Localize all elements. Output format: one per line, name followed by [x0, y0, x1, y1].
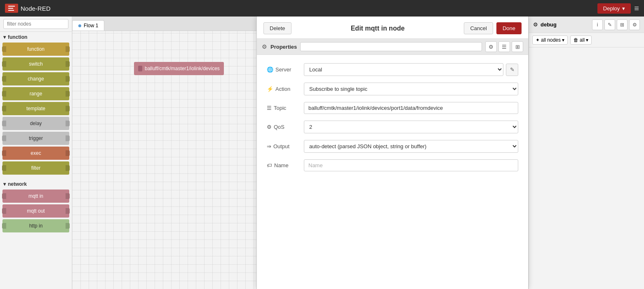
sidebar-item-exec[interactable]: exec [2, 147, 69, 160]
node-label-range: range [30, 91, 42, 97]
filter-chevron-icon: ▾ [562, 37, 564, 43]
node-label-template: template [26, 106, 45, 111]
node-port-left-filter [2, 165, 6, 171]
output-control: auto-detect (parsed JSON object, string … [304, 140, 518, 153]
canvas-node-mqtt-in[interactable]: balluff/cmtk/master1/iolink/devices [134, 62, 224, 75]
debug-panel-title: debug [541, 21, 557, 28]
qos-label: ⚙ QoS [267, 124, 304, 130]
node-label-delay: delay [30, 121, 42, 126]
clear-chevron-icon: ▾ [586, 37, 588, 43]
canvas-node-port-left [138, 66, 142, 71]
filter-bar: ✦ all nodes ▾ 🗑 all ▾ [529, 33, 644, 47]
sidebar-item-function[interactable]: function [2, 43, 69, 56]
toolbar-right: ⚙ ☰ ⊞ [485, 41, 523, 52]
server-icon: 🌐 [267, 66, 273, 73]
clear-icon: 🗑 [573, 37, 578, 43]
node-port-left-range [2, 91, 6, 97]
properties-name-input[interactable] [300, 42, 482, 51]
filter-input-wrap [0, 17, 72, 32]
node-label-trigger: trigger [29, 135, 43, 141]
app-logo: Node-RED [5, 4, 51, 13]
node-port-left-http-in [2, 223, 6, 229]
node-port-left-exec [2, 150, 6, 156]
node-port-right-mqtt-in [66, 193, 70, 199]
network-section-caret: ▾ [3, 181, 6, 187]
done-button[interactable]: Done [496, 22, 522, 34]
action-control: Subscribe to single topicSubscribe to dy… [304, 83, 518, 95]
node-port-right-http-in [66, 223, 70, 229]
qos-icon: ⚙ [267, 124, 272, 130]
qos-row: ⚙ QoS 012 [267, 121, 518, 133]
sidebar-item-mqtt-out[interactable]: mqtt out [2, 204, 69, 218]
sidebar-item-filter[interactable]: filter [2, 161, 69, 175]
node-port-right-change [66, 76, 70, 82]
name-label: 🏷 Name [267, 162, 304, 168]
edit-panel: Delete Edit mqtt in node Cancel Done ⚙ P… [256, 17, 529, 289]
node-port-right-delay [66, 121, 70, 126]
server-label: 🌐 Server [267, 66, 304, 73]
clear-label: all [580, 37, 585, 43]
deploy-label: Deploy [603, 5, 620, 12]
output-select[interactable]: auto-detect (parsed JSON object, string … [304, 140, 518, 153]
node-port-left-mqtt-in [2, 193, 6, 199]
clear-all-button[interactable]: 🗑 all ▾ [570, 36, 592, 45]
sidebar-item-template[interactable]: template [2, 102, 69, 115]
edit-panel-body: 🌐 Server Local ✎ ⚡ Action Subscribe to s… [257, 55, 528, 289]
sidebar-item-change[interactable]: change [2, 72, 69, 85]
debug-config-button[interactable]: ⚙ [629, 19, 640, 30]
server-select[interactable]: Local [304, 63, 503, 76]
network-section-label: network [8, 181, 27, 187]
deploy-arrow-icon: ▾ [622, 5, 625, 12]
toolbar-layout-button[interactable]: ⊞ [512, 41, 523, 52]
node-port-left-trigger [2, 135, 6, 141]
sidebar-item-trigger[interactable]: trigger [2, 132, 69, 145]
function-section-caret: ▾ [3, 34, 6, 40]
name-control [304, 159, 518, 171]
edit-panel-header: Delete Edit mqtt in node Cancel Done [257, 17, 528, 39]
toolbar-description-button[interactable]: ☰ [498, 41, 510, 52]
node-label-http-in: http in [29, 223, 43, 229]
debug-settings-icon: ⚙ [533, 21, 538, 28]
qos-select[interactable]: 012 [304, 121, 518, 133]
properties-label: Properties [270, 44, 297, 50]
topic-row: ☰ Topic [267, 102, 518, 114]
left-sidebar: ▾ function function switch change range … [0, 17, 72, 289]
output-row: ⇒ Output auto-detect (parsed JSON object… [267, 140, 518, 153]
sidebar-item-mqtt-in[interactable]: mqtt in [2, 190, 69, 203]
canvas-tab-label: Flow 1 [84, 23, 98, 28]
sidebar-item-range[interactable]: range [2, 87, 69, 100]
name-input[interactable] [304, 159, 518, 171]
cancel-button[interactable]: Cancel [464, 22, 493, 34]
node-port-left-delay [2, 121, 6, 126]
node-label-filter: filter [31, 165, 41, 171]
server-edit-button[interactable]: ✎ [506, 64, 518, 76]
debug-info-button[interactable]: i [592, 19, 603, 30]
topbar-right: Deploy ▾ ≡ [597, 3, 639, 14]
network-section-header[interactable]: ▾ network [0, 179, 72, 189]
canvas-area[interactable]: Flow 1 balluff/cmtk/master1/iolink/devic… [72, 17, 256, 289]
node-label-exec: exec [31, 150, 41, 156]
sidebar-item-switch[interactable]: switch [2, 57, 69, 71]
right-panel-title-area: ⚙ debug [533, 21, 557, 28]
node-port-right-switch [66, 61, 70, 67]
sidebar-item-http-in[interactable]: http in [2, 219, 69, 232]
toolbar-settings-button[interactable]: ⚙ [485, 41, 497, 52]
action-select[interactable]: Subscribe to single topicSubscribe to dy… [304, 83, 518, 95]
right-panel: ⚙ debug i ✎ ⊞ ⚙ ✦ all nodes ▾ 🗑 all ▾ [529, 17, 644, 289]
filter-nodes-input[interactable] [3, 19, 68, 29]
debug-edit-button[interactable]: ✎ [604, 19, 615, 30]
deploy-button[interactable]: Deploy ▾ [597, 3, 631, 14]
debug-network-button[interactable]: ⊞ [617, 19, 628, 30]
topic-input[interactable] [304, 102, 518, 114]
node-port-left-change [2, 76, 6, 82]
sidebar-item-delay[interactable]: delay [2, 117, 69, 130]
topic-icon: ☰ [267, 105, 272, 111]
all-nodes-filter-button[interactable]: ✦ all nodes ▾ [532, 36, 568, 45]
node-port-right-range [66, 91, 70, 97]
properties-gear-icon: ⚙ [262, 43, 267, 50]
node-label-mqtt-out: mqtt out [27, 208, 45, 214]
hamburger-menu-button[interactable]: ≡ [634, 4, 639, 13]
delete-button[interactable]: Delete [263, 22, 291, 34]
function-section-header[interactable]: ▾ function [0, 32, 72, 42]
canvas-tab-flow1[interactable]: Flow 1 [72, 20, 104, 31]
